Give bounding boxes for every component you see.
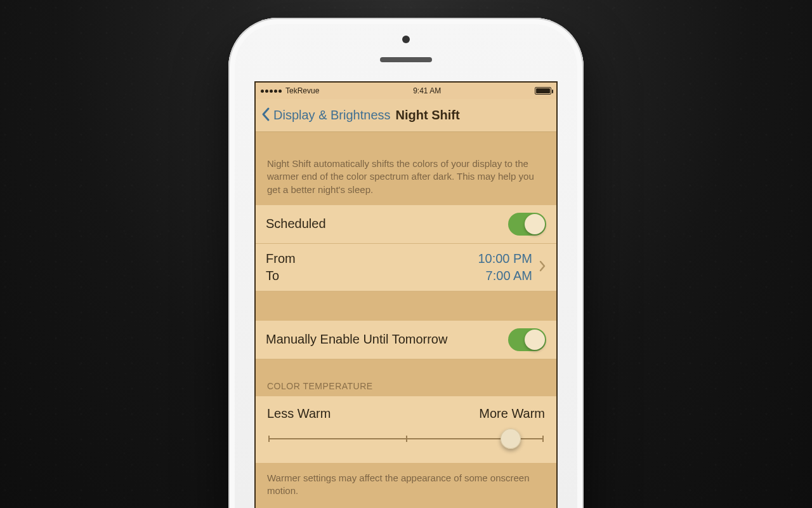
schedule-from-label: From bbox=[266, 251, 478, 266]
navigation-bar: Display & Brightness Night Shift bbox=[256, 99, 556, 132]
color-temperature-slider[interactable] bbox=[268, 430, 544, 448]
slider-min-label: Less Warm bbox=[267, 406, 331, 421]
status-bar: TekRevue 9:41 AM bbox=[256, 83, 556, 99]
slider-max-label: More Warm bbox=[479, 406, 545, 421]
manual-enable-row: Manually Enable Until Tomorrow bbox=[256, 321, 556, 359]
scheduled-row: Scheduled bbox=[256, 205, 556, 244]
schedule-to-label: To bbox=[266, 269, 478, 283]
iphone-device-frame: TekRevue 9:41 AM Display & Brightness Ni… bbox=[228, 18, 584, 508]
carrier-label: TekRevue bbox=[285, 86, 319, 95]
status-time: 9:41 AM bbox=[413, 86, 441, 95]
section-separator bbox=[256, 291, 556, 321]
manual-enable-label: Manually Enable Until Tomorrow bbox=[266, 332, 447, 347]
phone-earpiece bbox=[380, 57, 432, 62]
footer-note: Warmer settings may affect the appearanc… bbox=[256, 463, 556, 508]
back-chevron-icon[interactable] bbox=[261, 107, 271, 124]
slider-thumb[interactable] bbox=[501, 429, 521, 449]
schedule-to-value: 7:00 AM bbox=[478, 269, 532, 283]
schedule-time-row[interactable]: From To 10:00 PM 7:00 AM bbox=[256, 244, 556, 291]
scheduled-label: Scheduled bbox=[266, 217, 326, 231]
signal-strength-icon bbox=[261, 90, 282, 93]
back-button[interactable]: Display & Brightness bbox=[273, 108, 391, 123]
page-title: Night Shift bbox=[396, 108, 460, 123]
scheduled-toggle[interactable] bbox=[508, 213, 546, 236]
intro-description: Night Shift automatically shifts the col… bbox=[256, 132, 556, 205]
battery-icon bbox=[535, 87, 551, 95]
phone-sensor bbox=[402, 36, 410, 43]
schedule-from-value: 10:00 PM bbox=[478, 251, 532, 266]
chevron-right-icon bbox=[539, 260, 546, 274]
phone-screen: TekRevue 9:41 AM Display & Brightness Ni… bbox=[254, 81, 558, 508]
color-temperature-row: Less Warm More Warm bbox=[256, 396, 556, 463]
color-temperature-header: COLOR TEMPERATURE bbox=[256, 359, 556, 396]
manual-enable-toggle[interactable] bbox=[508, 328, 546, 351]
